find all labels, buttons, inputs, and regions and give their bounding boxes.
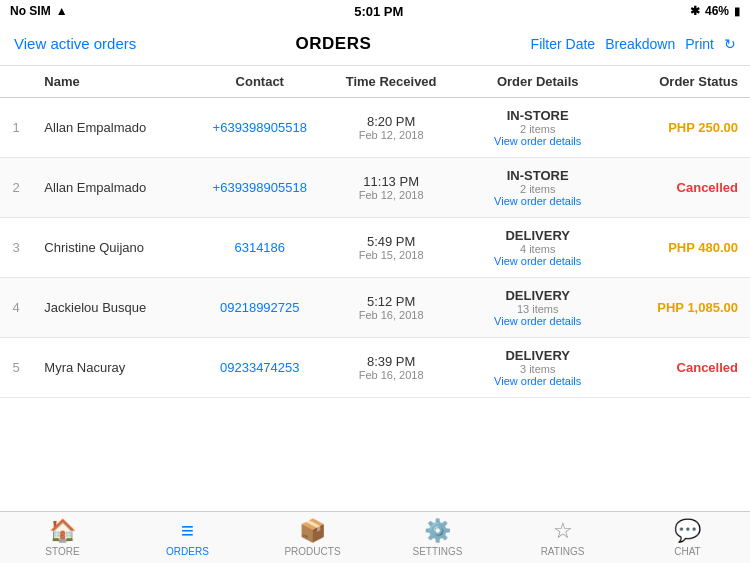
row-time: 11:13 PM Feb 12, 2018 — [325, 158, 456, 218]
battery-label: 46% — [705, 4, 729, 18]
table-row: 5 Myra Nacuray 09233474253 8:39 PM Feb 1… — [0, 338, 750, 398]
row-time: 8:39 PM Feb 16, 2018 — [325, 338, 456, 398]
row-time: 5:49 PM Feb 15, 2018 — [325, 218, 456, 278]
row-index: 4 — [0, 278, 32, 338]
row-order-detail: DELIVERY 4 items View order details — [457, 218, 619, 278]
row-order-detail: IN-STORE 2 items View order details — [457, 158, 619, 218]
row-index: 3 — [0, 218, 32, 278]
row-status: Cancelled — [619, 158, 750, 218]
col-time: Time Received — [325, 66, 456, 98]
tab-bar: 🏠 STORE ≡ ORDERS 📦 PRODUCTS ⚙️ SETTINGS … — [0, 511, 750, 563]
col-index — [0, 66, 32, 98]
row-order-detail: DELIVERY 13 items View order details — [457, 278, 619, 338]
page-title: ORDERS — [296, 34, 372, 54]
bluetooth-icon: ✱ — [690, 4, 700, 18]
tab-chat[interactable]: 💬 CHAT — [625, 518, 750, 557]
row-status: PHP 1,085.00 — [619, 278, 750, 338]
row-contact[interactable]: +639398905518 — [194, 98, 325, 158]
row-order-detail: IN-STORE 2 items View order details — [457, 98, 619, 158]
table-header: Name Contact Time Received Order Details… — [0, 66, 750, 98]
breakdown-button[interactable]: Breakdown — [605, 36, 675, 52]
status-bar: No SIM ▲ 5:01 PM ✱ 46% ▮ — [0, 0, 750, 22]
tab-chat-label: CHAT — [674, 546, 700, 557]
col-status: Order Status — [619, 66, 750, 98]
header-actions: Filter Date Breakdown Print ↻ — [531, 36, 736, 52]
row-index: 5 — [0, 338, 32, 398]
table-row: 3 Christine Quijano 6314186 5:49 PM Feb … — [0, 218, 750, 278]
battery-icon: ▮ — [734, 5, 740, 18]
orders-tbody: 1 Allan Empalmado +639398905518 8:20 PM … — [0, 98, 750, 398]
tab-ratings[interactable]: ☆ RATINGS — [500, 518, 625, 557]
tab-settings[interactable]: ⚙️ SETTINGS — [375, 518, 500, 557]
filter-date-button[interactable]: Filter Date — [531, 36, 596, 52]
tab-store-label: STORE — [45, 546, 79, 557]
col-contact: Contact — [194, 66, 325, 98]
row-contact[interactable]: 6314186 — [194, 218, 325, 278]
row-contact[interactable]: 09233474253 — [194, 338, 325, 398]
row-time: 5:12 PM Feb 16, 2018 — [325, 278, 456, 338]
orders-table: Name Contact Time Received Order Details… — [0, 66, 750, 398]
orders-table-container: Name Contact Time Received Order Details… — [0, 66, 750, 511]
table-row: 4 Jackielou Busque 09218992725 5:12 PM F… — [0, 278, 750, 338]
row-name: Myra Nacuray — [32, 338, 194, 398]
table-row: 1 Allan Empalmado +639398905518 8:20 PM … — [0, 98, 750, 158]
row-name: Allan Empalmado — [32, 158, 194, 218]
refresh-icon[interactable]: ↻ — [724, 36, 736, 52]
row-name: Allan Empalmado — [32, 98, 194, 158]
store-icon: 🏠 — [49, 518, 76, 544]
carrier-label: No SIM — [10, 4, 51, 18]
row-status: PHP 250.00 — [619, 98, 750, 158]
chat-icon: 💬 — [674, 518, 701, 544]
row-status: PHP 480.00 — [619, 218, 750, 278]
view-active-orders-link[interactable]: View active orders — [14, 35, 136, 52]
row-name: Christine Quijano — [32, 218, 194, 278]
orders-icon: ≡ — [181, 518, 194, 544]
col-details: Order Details — [457, 66, 619, 98]
tab-store[interactable]: 🏠 STORE — [0, 518, 125, 557]
header-back[interactable]: View active orders — [14, 35, 136, 53]
row-status: Cancelled — [619, 338, 750, 398]
ratings-icon: ☆ — [553, 518, 573, 544]
row-order-detail: DELIVERY 3 items View order details — [457, 338, 619, 398]
row-contact[interactable]: +639398905518 — [194, 158, 325, 218]
status-left: No SIM ▲ — [10, 4, 68, 18]
row-index: 1 — [0, 98, 32, 158]
settings-icon: ⚙️ — [424, 518, 451, 544]
tab-products-label: PRODUCTS — [284, 546, 340, 557]
header: View active orders ORDERS Filter Date Br… — [0, 22, 750, 66]
tab-orders[interactable]: ≡ ORDERS — [125, 518, 250, 557]
wifi-icon: ▲ — [56, 4, 68, 18]
tab-settings-label: SETTINGS — [412, 546, 462, 557]
tab-orders-label: ORDERS — [166, 546, 209, 557]
row-index: 2 — [0, 158, 32, 218]
products-icon: 📦 — [299, 518, 326, 544]
table-row: 2 Allan Empalmado +639398905518 11:13 PM… — [0, 158, 750, 218]
tab-ratings-label: RATINGS — [541, 546, 585, 557]
status-right: ✱ 46% ▮ — [690, 4, 740, 18]
row-name: Jackielou Busque — [32, 278, 194, 338]
col-name: Name — [32, 66, 194, 98]
tab-products[interactable]: 📦 PRODUCTS — [250, 518, 375, 557]
status-time: 5:01 PM — [354, 4, 403, 19]
row-contact[interactable]: 09218992725 — [194, 278, 325, 338]
row-time: 8:20 PM Feb 12, 2018 — [325, 98, 456, 158]
print-button[interactable]: Print — [685, 36, 714, 52]
